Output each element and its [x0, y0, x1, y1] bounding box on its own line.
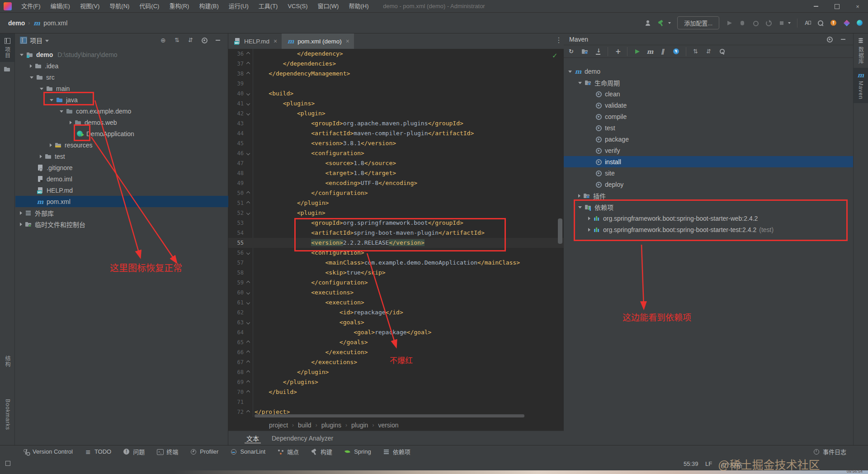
status-button-1[interactable]: TODO: [85, 448, 111, 455]
run-green-icon[interactable]: [633, 48, 641, 55]
chevron-down-icon[interactable]: [50, 99, 53, 101]
chevron-down-icon[interactable]: [568, 71, 572, 73]
project-tree-item-0[interactable]: demoD:\study\binary\demo: [15, 49, 228, 60]
chevron-right-icon[interactable]: [50, 143, 52, 147]
fold-marker-icon[interactable]: [246, 410, 250, 414]
menu-item-4[interactable]: 代码(C): [134, 0, 164, 13]
plugin-gem-icon[interactable]: [856, 19, 863, 27]
code-line-58[interactable]: 58 <skip>true</skip>: [228, 268, 564, 278]
caret-position[interactable]: 55:39: [684, 460, 698, 467]
code-area[interactable]: 36 </dependency>37 </dependencies>38 </d…: [228, 49, 564, 417]
download-icon[interactable]: [594, 48, 602, 55]
status-button-0[interactable]: Version Control: [23, 448, 73, 455]
fold-marker-icon[interactable]: [246, 291, 250, 294]
hide-icon[interactable]: [840, 36, 847, 43]
expand-all-icon[interactable]: [187, 37, 194, 44]
code-line-61[interactable]: 61 <execution>: [228, 298, 564, 308]
maven-tree-item-2[interactable]: clean: [564, 88, 853, 100]
menu-item-6[interactable]: 构建(B): [194, 0, 223, 13]
code-line-40[interactable]: 40 <build>: [228, 89, 564, 99]
run-icon[interactable]: [726, 19, 733, 27]
menu-item-5[interactable]: 重构(R): [164, 0, 194, 13]
maven-tree-item-5[interactable]: test: [564, 122, 853, 133]
plus-icon[interactable]: [614, 48, 621, 55]
m-goal-icon[interactable]: [646, 48, 654, 55]
fold-marker-icon[interactable]: [246, 191, 250, 195]
maximize-icon[interactable]: [826, 0, 847, 13]
menu-item-7[interactable]: 运行(U): [224, 0, 254, 13]
status-button-9[interactable]: 依赖项: [383, 447, 410, 456]
chevron-right-icon[interactable]: [578, 194, 580, 198]
fold-marker-icon[interactable]: [246, 380, 250, 384]
stop-icon[interactable]: [778, 19, 785, 27]
profile-icon[interactable]: [752, 19, 759, 27]
chevron-right-icon[interactable]: [20, 211, 22, 215]
code-line-50[interactable]: 50 </configuration>: [228, 188, 564, 198]
code-line-43[interactable]: 43 <groupId>org.apache.maven.plugins</gr…: [228, 118, 564, 128]
menu-item-9[interactable]: VCS(S): [283, 0, 312, 13]
code-line-39[interactable]: 39: [228, 79, 564, 89]
close-tab-icon[interactable]: ×: [274, 38, 277, 45]
status-button-6[interactable]: 端点: [277, 447, 299, 456]
chevron-down-icon[interactable]: [45, 40, 49, 42]
status-button-3[interactable]: 终端: [156, 447, 178, 456]
code-line-47[interactable]: 47 <source>1.8</source>: [228, 158, 564, 168]
code-line-37[interactable]: 37 </dependencies>: [228, 59, 564, 69]
status-button-8[interactable]: Spring: [344, 448, 371, 455]
offline-icon[interactable]: [673, 48, 680, 55]
project-tree-item-12[interactable]: HELP.md: [15, 185, 228, 196]
code-line-36[interactable]: 36 </dependency>: [228, 49, 564, 59]
fold-marker-icon[interactable]: [246, 72, 250, 76]
project-tree-item-13[interactable]: pom.xml: [15, 196, 228, 207]
stripe-label-1[interactable]: Bookmarks: [5, 399, 11, 430]
code-line-51[interactable]: 51 </plugin>: [228, 198, 564, 208]
expand-all-icon[interactable]: [705, 48, 712, 55]
fold-marker-icon[interactable]: [246, 351, 250, 354]
minimize-icon[interactable]: [806, 0, 826, 13]
maven-tree-item-4[interactable]: compile: [564, 111, 853, 122]
maven-tree-item-9[interactable]: site: [564, 167, 853, 179]
status-button-5[interactable]: SonarLint: [230, 448, 265, 455]
menu-item-2[interactable]: 视图(V): [75, 0, 104, 13]
update-icon[interactable]: [830, 19, 837, 27]
project-tree-item-9[interactable]: test: [15, 151, 228, 162]
code-line-44[interactable]: 44 <artifactId>maven-compiler-plugin</ar…: [228, 128, 564, 138]
menu-item-11[interactable]: 帮助(H): [344, 0, 373, 13]
chevron-down-icon[interactable]: [40, 88, 43, 90]
vertical-scrollbar[interactable]: [558, 218, 562, 244]
maven-tree-item-14[interactable]: org.springframework.boot:spring-boot-sta…: [564, 224, 853, 235]
fold-marker-icon[interactable]: [246, 152, 250, 155]
fold-marker-icon[interactable]: [246, 321, 250, 324]
status-button-4[interactable]: Profiler: [190, 448, 218, 455]
project-tree-item-15[interactable]: 临时文件和控制台: [15, 218, 228, 230]
project-panel-title[interactable]: 项目: [30, 36, 42, 45]
code-line-70[interactable]: 70 </build>: [228, 387, 564, 397]
wrench-icon[interactable]: [718, 48, 726, 55]
maven-tree-item-12[interactable]: 依赖项: [564, 201, 853, 213]
fold-marker-icon[interactable]: [246, 102, 250, 105]
menu-item-0[interactable]: 文件(F): [16, 0, 46, 13]
add-configuration-button[interactable]: 添加配置...: [677, 16, 719, 29]
tool-window-toggle-icon[interactable]: [5, 460, 12, 467]
code-line-48[interactable]: 48 <target>1.8</target>: [228, 168, 564, 178]
code-line-64[interactable]: 64 <goal>repackage</goal>: [228, 327, 564, 337]
build-hammer-icon[interactable]: [657, 19, 665, 27]
translate-icon[interactable]: [804, 19, 811, 27]
breadcrumb-project[interactable]: demo: [8, 19, 25, 27]
status-button-7[interactable]: 构建: [311, 447, 332, 456]
code-line-42[interactable]: 42 <plugin>: [228, 109, 564, 118]
project-tree-item-7[interactable]: DemoApplication: [15, 128, 228, 139]
code-line-45[interactable]: 45 <version>3.8.1</version>: [228, 138, 564, 148]
ide-gem-icon[interactable]: [843, 19, 850, 27]
code-line-62[interactable]: 62 <id>repackage</id>: [228, 308, 564, 318]
code-line-57[interactable]: 57 <mainClass>com.example.demo.DemoAppli…: [228, 258, 564, 268]
code-line-53[interactable]: 53 <groupId>org.springframework.boot</gr…: [228, 218, 564, 228]
locate-icon[interactable]: [160, 37, 167, 44]
chevron-down-icon[interactable]: [578, 82, 582, 84]
fold-marker-icon[interactable]: [246, 211, 250, 215]
code-line-71[interactable]: 71: [228, 397, 564, 407]
xml-breadcrumb-version[interactable]: version: [378, 422, 398, 429]
code-line-66[interactable]: 66 </execution>: [228, 347, 564, 357]
chevron-right-icon[interactable]: [588, 217, 590, 220]
code-line-38[interactable]: 38 </dependencyManagement>: [228, 69, 564, 79]
